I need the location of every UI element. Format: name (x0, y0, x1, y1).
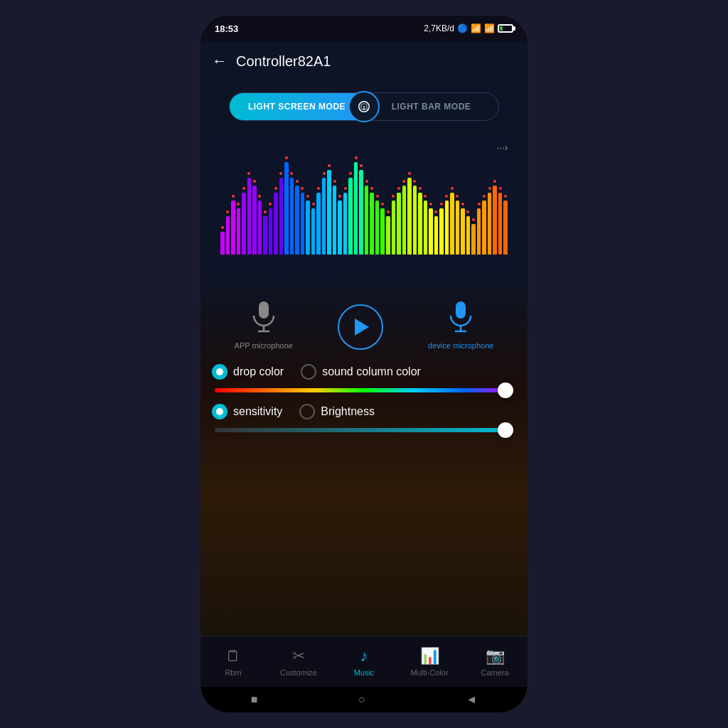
customize-icon: ✂ (292, 647, 305, 665)
music-icon: ♪ (360, 647, 368, 665)
back-button[interactable]: ← (212, 52, 228, 70)
eq-peak-dot (466, 210, 469, 213)
eq-peak-dot (317, 187, 320, 190)
sound-column-color-option[interactable]: sound column color (301, 364, 421, 380)
device-mic-label: device microphone (428, 341, 493, 350)
eq-bar (418, 193, 422, 255)
eq-peak-dot (434, 210, 437, 213)
nav-item-music[interactable]: ♪ Music (331, 636, 397, 687)
brightness-label: Brightness (321, 405, 375, 418)
sensitivity-option[interactable]: sensitivity (212, 404, 282, 419)
eq-peak-dot (424, 195, 427, 198)
nav-item-camera[interactable]: 📷 Camera (462, 636, 528, 687)
eq-bar (247, 178, 252, 255)
eq-peak-dot (290, 172, 293, 175)
eq-peak-dot (413, 180, 416, 183)
eq-bar (258, 200, 262, 255)
eq-peak-dot (451, 187, 454, 190)
drop-color-option[interactable]: drop color (212, 364, 284, 380)
play-button[interactable] (338, 304, 383, 350)
eq-peak-dot (264, 210, 267, 213)
level-slider-fill (215, 428, 513, 432)
level-slider-thumb[interactable] (498, 422, 513, 438)
eq-peak-dot (493, 180, 496, 183)
controls-section: APP microphone device microphone (200, 291, 528, 355)
sys-back-button[interactable]: ◄ (466, 693, 477, 706)
eq-bar (237, 208, 241, 255)
eq-bar (231, 200, 235, 255)
eq-peak-dot (370, 187, 373, 190)
signal-icon: 📶 (471, 23, 481, 33)
color-slider-track[interactable] (215, 388, 513, 392)
eq-bar (301, 193, 305, 255)
status-bar: 18:53 2,7KB/d 🔵 📶 📶 (200, 16, 528, 41)
eq-bar (284, 162, 289, 255)
eq-bar (429, 208, 433, 255)
level-slider-track[interactable] (215, 428, 513, 432)
svg-rect-4 (456, 301, 466, 318)
app-header: ← Controller82A1 (200, 41, 528, 81)
multicolor-label: Multi-Color (410, 668, 448, 677)
svg-text:1: 1 (363, 105, 366, 111)
eq-peak-dot (397, 187, 400, 190)
eq-bar (242, 193, 246, 255)
sensitivity-radio[interactable] (212, 404, 228, 419)
eq-bar (322, 178, 326, 255)
eq-bar (348, 178, 353, 255)
eq-peak-dot (456, 195, 459, 198)
nav-item-multicolor[interactable]: 📊 Multi-Color (397, 636, 462, 687)
eq-peak-dot (258, 195, 261, 198)
app-mic-icon-wrap (247, 297, 281, 337)
eq-bar (295, 186, 299, 255)
sys-home-button[interactable]: ○ (358, 693, 365, 706)
equalizer-section: ···› (212, 135, 516, 277)
eq-peak-dot (296, 180, 299, 183)
eq-bar (269, 208, 273, 255)
equalizer-more-button[interactable]: ···› (497, 142, 508, 153)
eq-peak-dot (279, 172, 282, 175)
eq-peak-dot (360, 164, 363, 167)
eq-bar (338, 200, 342, 255)
eq-bar (439, 208, 444, 255)
play-icon (355, 318, 369, 336)
eq-peak-dot (478, 203, 481, 205)
eq-bar (466, 216, 471, 255)
brightness-radio[interactable] (299, 404, 315, 419)
battery-fill (500, 26, 503, 31)
brightness-option[interactable]: Brightness (299, 404, 375, 419)
mode-center-icon[interactable]: 1 (348, 91, 380, 122)
app-mic-icon (251, 300, 277, 334)
eq-bar (392, 200, 396, 255)
eq-peak-dot (312, 203, 315, 205)
network-speed: 2,7KB/d (424, 23, 454, 33)
color-slider-thumb[interactable] (498, 382, 513, 398)
sound-column-color-label: sound column color (322, 365, 421, 378)
nav-item-customize[interactable]: ✂ Customize (266, 636, 331, 687)
eq-bar (354, 162, 358, 255)
eq-bar (252, 186, 257, 255)
sys-stop-button[interactable]: ■ (251, 693, 258, 706)
light-bar-mode-button[interactable]: LIGHT BAR MODE (364, 93, 498, 120)
eq-peak-dot (376, 195, 379, 198)
eq-bar (274, 193, 278, 255)
app-microphone-option[interactable]: APP microphone (235, 297, 293, 350)
svg-rect-1 (259, 301, 269, 318)
camera-label: Camera (481, 668, 508, 677)
wifi-icon: 📶 (484, 23, 495, 33)
light-screen-mode-button[interactable]: LIGHT SCREEN MODE (230, 93, 364, 120)
device-mic-icon (448, 300, 473, 334)
color-slider-row (212, 388, 516, 392)
eq-bar (445, 200, 449, 255)
eq-peak-dot (344, 187, 347, 190)
eq-bar (386, 216, 390, 255)
device-microphone-option[interactable]: device microphone (428, 297, 493, 350)
nav-item-rbm[interactable]: 🗒 Rbm (200, 636, 266, 687)
eq-peak-dot (274, 187, 277, 190)
drop-color-radio[interactable] (212, 364, 228, 380)
eq-bar (434, 216, 439, 255)
eq-bar (413, 186, 417, 255)
eq-peak-dot (328, 164, 331, 167)
sound-column-color-radio[interactable] (301, 364, 316, 380)
eq-bar (220, 232, 225, 255)
eq-bar (311, 208, 316, 255)
